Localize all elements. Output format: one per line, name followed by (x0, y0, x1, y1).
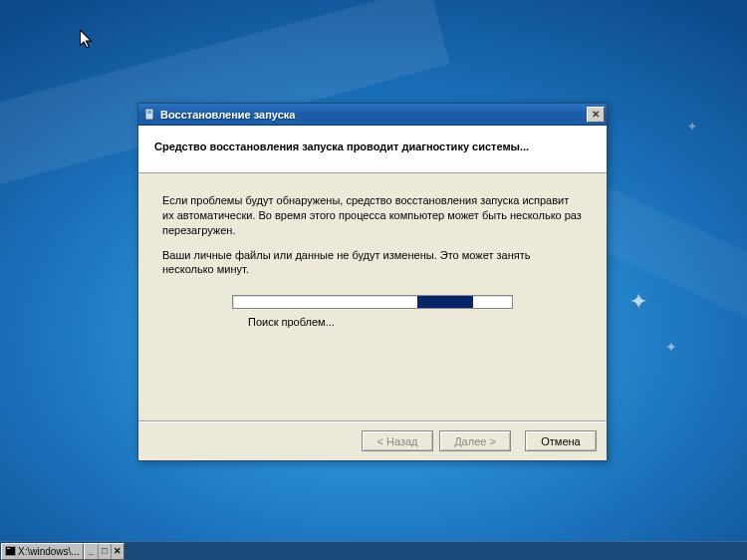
maximize-icon: □ (98, 544, 111, 559)
dialog-header: Средство восстановления запуска проводит… (138, 126, 607, 173)
cmd-icon (5, 546, 16, 556)
dialog-heading: Средство восстановления запуска проводит… (154, 140, 591, 152)
info-paragraph-2: Ваши личные файлы или данные не будут из… (162, 248, 583, 278)
taskbar-item-cmd[interactable]: X:\windows\... (1, 543, 84, 560)
wallpaper-sparkle: ✦ (687, 120, 697, 134)
svg-rect-1 (147, 111, 151, 114)
dialog-button-row: < Назад Далее > Отмена (138, 420, 607, 460)
minimize-icon: _ (85, 544, 98, 559)
progress-status-text: Поиск проблем... (248, 315, 563, 330)
app-icon (142, 108, 156, 122)
progress-section: Поиск проблем... (182, 295, 563, 330)
window-title: Восстановление запуска (160, 109, 587, 121)
close-icon: ✕ (592, 109, 600, 120)
titlebar[interactable]: Восстановление запуска ✕ (138, 104, 607, 126)
wallpaper-sparkle: ✦ (665, 339, 677, 355)
startup-repair-dialog: Восстановление запуска ✕ Средство восста… (137, 103, 608, 461)
taskbar-item-label: X:\windows\... (18, 546, 80, 557)
wallpaper-sparkle: ✦ (629, 289, 647, 315)
progress-bar (232, 295, 513, 309)
taskbar[interactable]: X:\windows\... _ □ ✕ (0, 541, 747, 560)
dialog-content: Если проблемы будут обнаружены, средство… (138, 173, 607, 420)
taskbar-window-controls[interactable]: _ □ ✕ (84, 543, 124, 560)
cancel-button[interactable]: Отмена (525, 430, 597, 451)
info-paragraph-1: Если проблемы будут обнаружены, средство… (162, 193, 583, 238)
back-button[interactable]: < Назад (362, 430, 433, 451)
desktop-background: ✦ ✦ ✦ Восстановление запуска ✕ Средство … (0, 0, 747, 560)
progress-indicator (417, 296, 473, 308)
close-button[interactable]: ✕ (587, 107, 605, 123)
next-button[interactable]: Далее > (439, 430, 511, 451)
svg-rect-0 (145, 109, 153, 120)
close-icon: ✕ (111, 544, 124, 559)
